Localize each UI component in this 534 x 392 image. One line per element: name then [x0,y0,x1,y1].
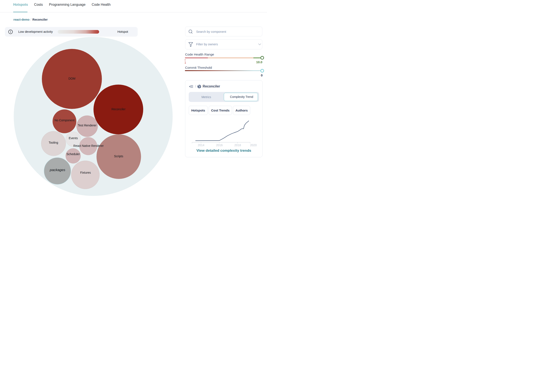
svg-text:2020: 2020 [250,143,257,147]
svg-text:No Component: No Component [55,119,74,122]
svg-text:React Native Renderer: React Native Renderer [73,144,104,148]
svg-text:Scripts: Scripts [114,154,123,158]
svg-text:2014: 2014 [198,143,204,147]
svg-text:2016: 2016 [216,143,223,147]
svg-text:packages: packages [50,168,65,172]
svg-text:Test Renderer: Test Renderer [78,124,97,127]
svg-text:Fixtures: Fixtures [80,171,91,174]
svg-text:Scheduler: Scheduler [66,152,80,156]
svg-text:Reconciler: Reconciler [111,107,125,111]
svg-text:Events: Events [69,136,78,140]
svg-text:DOM: DOM [68,77,75,80]
svg-text:Tooling: Tooling [49,141,58,144]
svg-text:2018: 2018 [234,143,241,147]
